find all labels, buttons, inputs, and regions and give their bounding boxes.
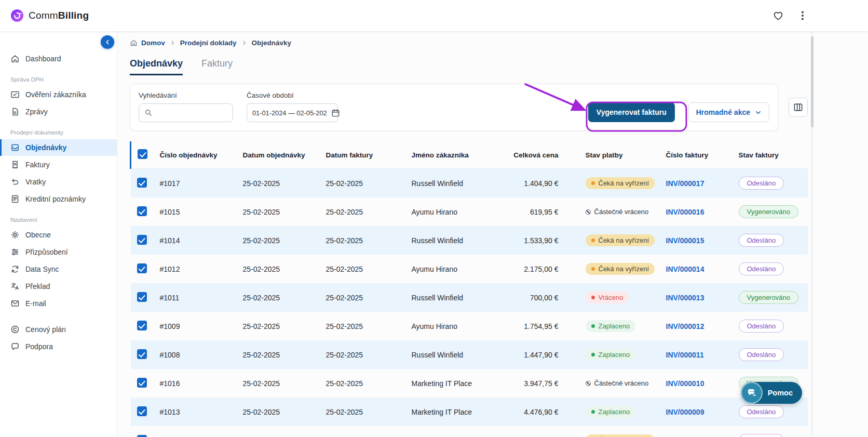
sidebar-item-data-sync[interactable]: Data Sync bbox=[0, 261, 117, 277]
table-row: #1011 25-02-2025 25-02-2025 Russell Winf… bbox=[131, 283, 808, 312]
invoice-date: 25-02-2025 bbox=[321, 197, 406, 226]
row-checkbox[interactable] bbox=[137, 178, 147, 188]
help-button[interactable]: Pomoc bbox=[741, 382, 802, 404]
home-icon bbox=[130, 39, 138, 47]
sidebar-item-objednavky[interactable]: Objednávky bbox=[0, 139, 117, 156]
order-number: #1010 bbox=[155, 426, 238, 437]
payment-status-label: Zaplaceno bbox=[599, 408, 630, 416]
sidebar-item-cenovy-plan[interactable]: Cenový plán bbox=[0, 321, 117, 338]
scrollbar-thumb[interactable] bbox=[811, 36, 813, 127]
row-checkbox[interactable] bbox=[137, 378, 147, 388]
sidebar-item-vratky[interactable]: Vratky bbox=[0, 174, 117, 190]
order-number: #1012 bbox=[155, 255, 238, 283]
row-checkbox[interactable] bbox=[137, 263, 147, 273]
checkbox-cell bbox=[131, 283, 155, 312]
order-number: #1016 bbox=[155, 369, 238, 398]
order-date: 25-02-2025 bbox=[238, 169, 321, 198]
payment-status-cell: Čeká na vyřízení bbox=[565, 169, 661, 198]
favorite-heart-icon[interactable] bbox=[772, 10, 784, 21]
column-settings-button[interactable] bbox=[789, 98, 808, 117]
checkbox-cell bbox=[131, 169, 155, 198]
invoice-date: 25-02-2025 bbox=[321, 226, 406, 255]
invoice-link[interactable]: INV/000016 bbox=[666, 208, 704, 216]
payment-status-cell: Čeká na vyřízení bbox=[565, 226, 661, 255]
sidebar-item-label: Kreditní poznámky bbox=[25, 195, 86, 203]
sidebar-item-overeni-zakaznika[interactable]: Ověření zákazníka bbox=[0, 86, 117, 103]
row-checkbox[interactable] bbox=[137, 349, 147, 359]
mail-icon bbox=[10, 299, 20, 308]
invoice-status-badge: Odesláno bbox=[739, 234, 784, 247]
breadcrumb-home[interactable]: Domov bbox=[130, 39, 165, 47]
status-dot bbox=[591, 353, 595, 356]
sidebar-item-prizpusobeni[interactable]: Přizpůsobení bbox=[0, 244, 117, 260]
tab-faktury[interactable]: Faktury bbox=[201, 58, 233, 75]
order-number: #1015 bbox=[155, 197, 238, 226]
order-number: #1008 bbox=[155, 340, 238, 369]
payment-status-badge: Čeká na vyřízení bbox=[586, 263, 655, 275]
order-date: 25-02-2025 bbox=[238, 340, 321, 369]
total-price: 619,95 € bbox=[495, 197, 565, 226]
invoice-link[interactable]: INV/000009 bbox=[666, 408, 704, 416]
invoice-link[interactable]: INV/000010 bbox=[666, 379, 704, 388]
sidebar-item-dashboard[interactable]: Dashboard bbox=[0, 50, 117, 67]
row-checkbox[interactable] bbox=[137, 206, 147, 216]
payment-status-badge: Čeká na vyřízení bbox=[586, 434, 655, 437]
invoice-date: 25-02-2025 bbox=[321, 398, 406, 426]
table-row: #1012 25-02-2025 25-02-2025 Ayumu Hirano… bbox=[131, 255, 808, 283]
row-checkbox[interactable] bbox=[137, 406, 147, 416]
total-price: 1.404,90 € bbox=[495, 169, 565, 198]
sidebar-item-preklad[interactable]: Překlad bbox=[0, 278, 117, 295]
gear-icon bbox=[10, 230, 20, 240]
order-date: 25-02-2025 bbox=[238, 369, 321, 398]
status-dot bbox=[591, 296, 595, 299]
credit-note-icon bbox=[10, 194, 20, 204]
brand-name: CommBilling bbox=[29, 10, 89, 21]
invoice-link[interactable]: INV/000012 bbox=[666, 322, 704, 330]
order-date: 25-02-2025 bbox=[238, 255, 321, 283]
invoice-status-badge: Odesláno bbox=[739, 262, 784, 275]
row-checkbox[interactable] bbox=[137, 235, 147, 245]
sidebar-item-faktury[interactable]: Faktury bbox=[0, 156, 117, 173]
row-checkbox[interactable] bbox=[137, 292, 147, 302]
invoice-link[interactable]: INV/000013 bbox=[666, 294, 704, 302]
invoice-link[interactable]: INV/000014 bbox=[666, 265, 704, 273]
customer-name: Marketing IT Place bbox=[406, 369, 495, 398]
select-all-checkbox[interactable] bbox=[138, 149, 147, 159]
invoice-status-badge: Vygenerováno bbox=[739, 205, 798, 218]
search-icon bbox=[144, 109, 153, 117]
payment-status-label: Vráceno bbox=[599, 294, 623, 301]
sidebar-item-zpravy[interactable]: Zprávy bbox=[0, 103, 117, 120]
date-range-input[interactable]: 01-01-2024 — 02-05-202 bbox=[247, 103, 338, 122]
row-checkbox[interactable] bbox=[137, 435, 147, 437]
payment-status-cell: Čeká na vyřízení bbox=[565, 255, 661, 283]
sidebar-item-obecne[interactable]: Obecne bbox=[0, 227, 117, 243]
generate-invoice-button[interactable]: Vygenerovat fakturu bbox=[588, 102, 675, 122]
invoice-link[interactable]: INV/000015 bbox=[666, 236, 704, 245]
invoice-status-cell: Vygenerováno bbox=[734, 283, 808, 312]
chevron-right-icon bbox=[241, 40, 247, 46]
sidebar-item-kreditni-poznamky[interactable]: Kreditní poznámky bbox=[0, 191, 117, 207]
total-price: 1.533,90 € bbox=[495, 226, 565, 255]
sidebar-item-label: Cenový plán bbox=[25, 325, 66, 334]
bulk-actions-button[interactable]: Hromadné akce bbox=[688, 102, 769, 122]
invoice-number-cell: INV/000010 bbox=[661, 369, 734, 398]
row-checkbox[interactable] bbox=[137, 321, 147, 330]
invoice-link[interactable]: INV/000017 bbox=[666, 179, 704, 188]
scrollbar[interactable] bbox=[811, 32, 813, 435]
sidebar-collapse-button[interactable] bbox=[101, 35, 114, 49]
invoice-status-badge: Vygenerováno bbox=[739, 291, 798, 304]
invoice-date: 25-02-2025 bbox=[321, 340, 406, 369]
invoice-status-cell: Odesláno bbox=[734, 312, 808, 340]
chat-icon bbox=[741, 382, 763, 404]
checkbox-cell bbox=[131, 312, 155, 340]
sidebar-item-email[interactable]: E-mail bbox=[0, 295, 117, 312]
sidebar-item-podpora[interactable]: Podpora bbox=[0, 338, 117, 355]
payment-status-cell: Zaplaceno bbox=[565, 398, 661, 426]
invoice-link[interactable]: INV/000011 bbox=[666, 351, 704, 359]
tab-objednavky[interactable]: Objednávky bbox=[130, 58, 183, 75]
breadcrumb-prodejni-doklady[interactable]: Prodejní doklady bbox=[180, 39, 237, 47]
column-header-order-date: Datum objednávky bbox=[238, 141, 321, 169]
overflow-menu-icon[interactable] bbox=[797, 9, 808, 22]
order-date: 25-02-2025 bbox=[238, 426, 321, 437]
search-input[interactable] bbox=[157, 109, 227, 117]
